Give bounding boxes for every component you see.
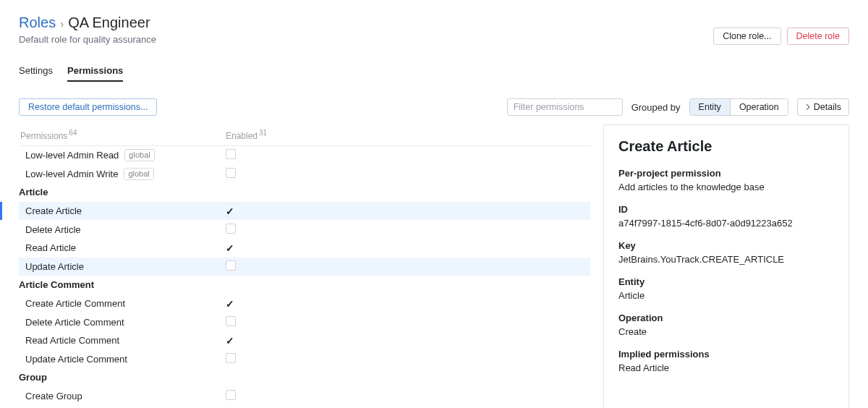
permission-checkbox[interactable] [226,224,236,234]
details-id-value: a74f7997-1815-4cf6-8d07-a0d91223a652 [618,218,834,229]
permission-row[interactable]: Low-level Admin Readglobal [19,146,590,165]
details-description: Add articles to the knowledge base [618,182,834,192]
permission-checkbox[interactable] [226,316,236,326]
permission-row[interactable]: Delete Group [19,405,590,408]
permission-row[interactable]: Read Article Comment✓ [19,331,590,350]
permission-label: Delete Article Comment [25,317,124,328]
permission-label: Low-level Admin Write [25,169,118,179]
details-toggle-button[interactable]: Details [797,98,849,116]
checkmark-icon[interactable]: ✓ [226,242,234,254]
permission-row[interactable]: Read Article✓ [19,239,590,258]
scope-badge: global [124,149,154,161]
permission-label: Update Article Comment [25,354,127,365]
permission-label: Create Article Comment [25,298,125,309]
page-title: QA Engineer [68,14,150,31]
details-panel: Create Article Per-project permission Ad… [603,124,849,408]
details-title: Create Article [618,138,834,155]
details-id-label: ID [618,204,834,215]
permission-label: Low-level Admin Read [25,150,119,161]
group-label: Group [19,372,47,383]
permission-row[interactable]: Low-level Admin Writeglobal [19,165,590,184]
permission-label: Delete Article [25,224,81,235]
details-entity-value: Article [618,290,834,301]
details-scope-label: Per-project permission [618,168,834,179]
group-label: Article [19,187,48,197]
permissions-table-body: Low-level Admin ReadglobalLow-level Admi… [19,146,590,408]
details-implied-value: Read Article [618,362,834,373]
permission-group: Article Comment [19,276,590,294]
page-subtitle: Default role for quality assurance [19,34,156,45]
chevron-right-icon: › [60,17,64,30]
groupby-operation[interactable]: Operation [730,99,788,115]
permission-label: Create Group [25,391,82,401]
scope-badge: global [124,168,153,180]
restore-defaults-button[interactable]: Restore default permissions... [19,98,157,116]
delete-role-button[interactable]: Delete role [787,27,849,45]
permission-row[interactable]: Update Article [19,258,590,276]
permission-checkbox[interactable] [226,353,236,363]
groupby-segmented: Entity Operation [689,98,788,116]
permission-checkbox[interactable] [226,149,236,159]
tab-permissions[interactable]: Permissions [67,65,123,82]
details-toggle-label: Details [814,102,841,112]
permission-row[interactable]: Update Article Comment [19,350,590,369]
permission-row[interactable]: Delete Article [19,220,590,239]
tab-settings[interactable]: Settings [19,65,53,82]
permission-row[interactable]: Create Group [19,387,590,406]
permission-group: Article [19,183,590,202]
details-operation-value: Create [618,326,834,337]
group-label: Article Comment [19,279,94,290]
checkmark-icon[interactable]: ✓ [226,335,234,347]
details-operation-label: Operation [618,313,834,323]
permission-checkbox[interactable] [226,260,236,271]
breadcrumb: Roles › QA Engineer [19,14,156,31]
permission-label: Read Article Comment [25,335,119,346]
permission-checkbox[interactable] [226,168,236,178]
permission-label: Create Article [25,205,82,216]
breadcrumb-root-link[interactable]: Roles [19,14,56,31]
enabled-count: 31 [259,129,267,137]
permission-row[interactable]: Create Article✓ [19,202,590,221]
permission-label: Read Article [25,242,76,253]
chevron-right-icon [805,104,811,110]
clone-role-button[interactable]: Clone role... [713,27,780,45]
checkmark-icon[interactable]: ✓ [226,205,234,217]
permission-label: Update Article [25,261,84,272]
permission-row[interactable]: Create Article Comment✓ [19,294,590,313]
details-implied-label: Implied permissions [618,349,834,360]
permissions-count: 64 [69,129,77,137]
column-header-permissions: Permissions [20,131,67,141]
filter-permissions-input[interactable] [507,98,623,116]
groupby-label: Grouped by [631,102,681,113]
permission-group: Group [19,368,590,387]
details-key-value: JetBrains.YouTrack.CREATE_ARTICLE [618,254,834,265]
permission-checkbox[interactable] [226,390,236,400]
details-key-label: Key [618,240,834,251]
permission-row[interactable]: Delete Article Comment [19,313,590,331]
tabs: Settings Permissions [19,65,849,82]
checkmark-icon[interactable]: ✓ [226,298,234,310]
column-header-enabled: Enabled [226,131,258,141]
groupby-entity[interactable]: Entity [690,99,730,115]
details-entity-label: Entity [618,276,834,287]
